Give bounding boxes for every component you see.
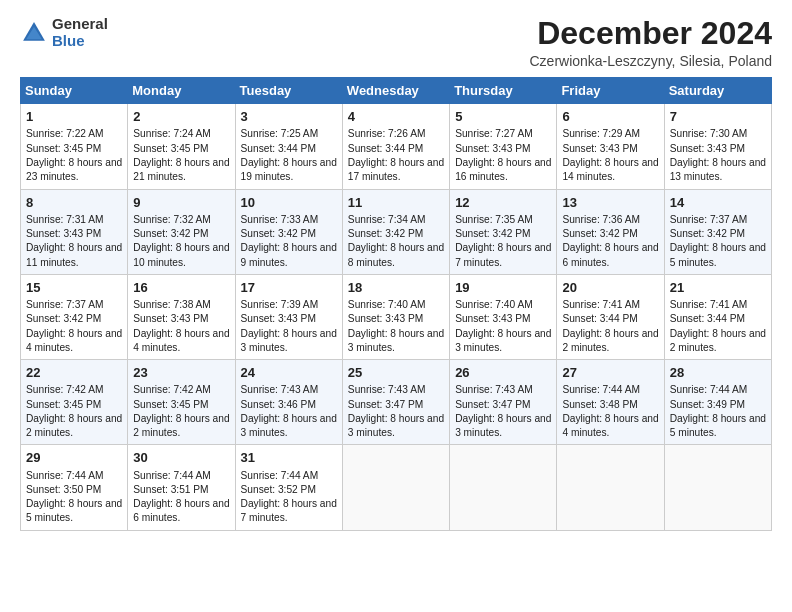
day-number: 16 bbox=[133, 279, 229, 297]
calendar-cell: 30 Sunrise: 7:44 AM Sunset: 3:51 PM Dayl… bbox=[128, 445, 235, 530]
day-number: 19 bbox=[455, 279, 551, 297]
sunset: Sunset: 3:43 PM bbox=[455, 143, 530, 154]
calendar-cell: 10 Sunrise: 7:33 AM Sunset: 3:42 PM Dayl… bbox=[235, 189, 342, 274]
sunset: Sunset: 3:47 PM bbox=[348, 399, 423, 410]
day-number: 29 bbox=[26, 449, 122, 467]
cell-content: 31 Sunrise: 7:44 AM Sunset: 3:52 PM Dayl… bbox=[241, 449, 337, 525]
calendar-cell: 17 Sunrise: 7:39 AM Sunset: 3:43 PM Dayl… bbox=[235, 274, 342, 359]
sunrise: Sunrise: 7:40 AM bbox=[455, 299, 533, 310]
calendar-cell: 14 Sunrise: 7:37 AM Sunset: 3:42 PM Dayl… bbox=[664, 189, 771, 274]
daylight: Daylight: 8 hours and 17 minutes. bbox=[348, 157, 444, 182]
cell-content: 2 Sunrise: 7:24 AM Sunset: 3:45 PM Dayli… bbox=[133, 108, 229, 184]
sunset: Sunset: 3:44 PM bbox=[348, 143, 423, 154]
cell-content: 5 Sunrise: 7:27 AM Sunset: 3:43 PM Dayli… bbox=[455, 108, 551, 184]
cell-content: 26 Sunrise: 7:43 AM Sunset: 3:47 PM Dayl… bbox=[455, 364, 551, 440]
daylight: Daylight: 8 hours and 2 minutes. bbox=[26, 413, 122, 438]
day-number: 23 bbox=[133, 364, 229, 382]
col-saturday: Saturday bbox=[664, 78, 771, 104]
daylight: Daylight: 8 hours and 19 minutes. bbox=[241, 157, 337, 182]
sunset: Sunset: 3:42 PM bbox=[562, 228, 637, 239]
calendar-cell bbox=[664, 445, 771, 530]
cell-content: 22 Sunrise: 7:42 AM Sunset: 3:45 PM Dayl… bbox=[26, 364, 122, 440]
cell-content: 19 Sunrise: 7:40 AM Sunset: 3:43 PM Dayl… bbox=[455, 279, 551, 355]
sunset: Sunset: 3:50 PM bbox=[26, 484, 101, 495]
calendar-cell: 15 Sunrise: 7:37 AM Sunset: 3:42 PM Dayl… bbox=[21, 274, 128, 359]
daylight: Daylight: 8 hours and 13 minutes. bbox=[670, 157, 766, 182]
day-number: 8 bbox=[26, 194, 122, 212]
cell-content: 24 Sunrise: 7:43 AM Sunset: 3:46 PM Dayl… bbox=[241, 364, 337, 440]
sunset: Sunset: 3:42 PM bbox=[348, 228, 423, 239]
day-number: 31 bbox=[241, 449, 337, 467]
sunrise: Sunrise: 7:27 AM bbox=[455, 128, 533, 139]
calendar-cell: 3 Sunrise: 7:25 AM Sunset: 3:44 PM Dayli… bbox=[235, 104, 342, 189]
sunrise: Sunrise: 7:31 AM bbox=[26, 214, 104, 225]
calendar-week-row: 8 Sunrise: 7:31 AM Sunset: 3:43 PM Dayli… bbox=[21, 189, 772, 274]
daylight: Daylight: 8 hours and 3 minutes. bbox=[241, 328, 337, 353]
sunrise: Sunrise: 7:42 AM bbox=[133, 384, 211, 395]
sunset: Sunset: 3:51 PM bbox=[133, 484, 208, 495]
cell-content: 14 Sunrise: 7:37 AM Sunset: 3:42 PM Dayl… bbox=[670, 194, 766, 270]
sunset: Sunset: 3:43 PM bbox=[562, 143, 637, 154]
sunrise: Sunrise: 7:34 AM bbox=[348, 214, 426, 225]
calendar-cell: 4 Sunrise: 7:26 AM Sunset: 3:44 PM Dayli… bbox=[342, 104, 449, 189]
calendar-cell bbox=[557, 445, 664, 530]
cell-content: 21 Sunrise: 7:41 AM Sunset: 3:44 PM Dayl… bbox=[670, 279, 766, 355]
daylight: Daylight: 8 hours and 23 minutes. bbox=[26, 157, 122, 182]
sunrise: Sunrise: 7:24 AM bbox=[133, 128, 211, 139]
col-thursday: Thursday bbox=[450, 78, 557, 104]
cell-content: 30 Sunrise: 7:44 AM Sunset: 3:51 PM Dayl… bbox=[133, 449, 229, 525]
day-number: 26 bbox=[455, 364, 551, 382]
sunrise: Sunrise: 7:43 AM bbox=[241, 384, 319, 395]
sunset: Sunset: 3:43 PM bbox=[455, 313, 530, 324]
logo-blue: Blue bbox=[52, 33, 108, 50]
cell-content: 20 Sunrise: 7:41 AM Sunset: 3:44 PM Dayl… bbox=[562, 279, 658, 355]
daylight: Daylight: 8 hours and 2 minutes. bbox=[670, 328, 766, 353]
daylight: Daylight: 8 hours and 9 minutes. bbox=[241, 242, 337, 267]
calendar-cell: 13 Sunrise: 7:36 AM Sunset: 3:42 PM Dayl… bbox=[557, 189, 664, 274]
calendar-cell: 11 Sunrise: 7:34 AM Sunset: 3:42 PM Dayl… bbox=[342, 189, 449, 274]
day-number: 13 bbox=[562, 194, 658, 212]
logo-icon bbox=[20, 19, 48, 47]
calendar-table: Sunday Monday Tuesday Wednesday Thursday… bbox=[20, 77, 772, 531]
calendar-cell: 5 Sunrise: 7:27 AM Sunset: 3:43 PM Dayli… bbox=[450, 104, 557, 189]
sunset: Sunset: 3:42 PM bbox=[455, 228, 530, 239]
sunset: Sunset: 3:43 PM bbox=[348, 313, 423, 324]
calendar-cell: 2 Sunrise: 7:24 AM Sunset: 3:45 PM Dayli… bbox=[128, 104, 235, 189]
sunrise: Sunrise: 7:44 AM bbox=[133, 470, 211, 481]
calendar-cell: 8 Sunrise: 7:31 AM Sunset: 3:43 PM Dayli… bbox=[21, 189, 128, 274]
daylight: Daylight: 8 hours and 6 minutes. bbox=[562, 242, 658, 267]
daylight: Daylight: 8 hours and 7 minutes. bbox=[455, 242, 551, 267]
sunrise: Sunrise: 7:44 AM bbox=[241, 470, 319, 481]
sunrise: Sunrise: 7:42 AM bbox=[26, 384, 104, 395]
header: General Blue December 2024 Czerwionka-Le… bbox=[20, 16, 772, 69]
day-number: 17 bbox=[241, 279, 337, 297]
cell-content: 8 Sunrise: 7:31 AM Sunset: 3:43 PM Dayli… bbox=[26, 194, 122, 270]
sunset: Sunset: 3:44 PM bbox=[562, 313, 637, 324]
daylight: Daylight: 8 hours and 21 minutes. bbox=[133, 157, 229, 182]
sunset: Sunset: 3:44 PM bbox=[241, 143, 316, 154]
calendar-header: Sunday Monday Tuesday Wednesday Thursday… bbox=[21, 78, 772, 104]
calendar-cell: 27 Sunrise: 7:44 AM Sunset: 3:48 PM Dayl… bbox=[557, 360, 664, 445]
cell-content: 13 Sunrise: 7:36 AM Sunset: 3:42 PM Dayl… bbox=[562, 194, 658, 270]
day-number: 15 bbox=[26, 279, 122, 297]
sunset: Sunset: 3:45 PM bbox=[133, 399, 208, 410]
sunrise: Sunrise: 7:41 AM bbox=[670, 299, 748, 310]
col-tuesday: Tuesday bbox=[235, 78, 342, 104]
day-number: 21 bbox=[670, 279, 766, 297]
calendar-cell bbox=[450, 445, 557, 530]
col-monday: Monday bbox=[128, 78, 235, 104]
daylight: Daylight: 8 hours and 4 minutes. bbox=[133, 328, 229, 353]
sunset: Sunset: 3:42 PM bbox=[26, 313, 101, 324]
day-number: 11 bbox=[348, 194, 444, 212]
calendar-cell: 1 Sunrise: 7:22 AM Sunset: 3:45 PM Dayli… bbox=[21, 104, 128, 189]
sunset: Sunset: 3:44 PM bbox=[670, 313, 745, 324]
cell-content: 25 Sunrise: 7:43 AM Sunset: 3:47 PM Dayl… bbox=[348, 364, 444, 440]
day-number: 24 bbox=[241, 364, 337, 382]
day-number: 9 bbox=[133, 194, 229, 212]
day-number: 18 bbox=[348, 279, 444, 297]
daylight: Daylight: 8 hours and 2 minutes. bbox=[133, 413, 229, 438]
calendar-body: 1 Sunrise: 7:22 AM Sunset: 3:45 PM Dayli… bbox=[21, 104, 772, 531]
calendar-cell: 20 Sunrise: 7:41 AM Sunset: 3:44 PM Dayl… bbox=[557, 274, 664, 359]
sunrise: Sunrise: 7:29 AM bbox=[562, 128, 640, 139]
cell-content: 12 Sunrise: 7:35 AM Sunset: 3:42 PM Dayl… bbox=[455, 194, 551, 270]
